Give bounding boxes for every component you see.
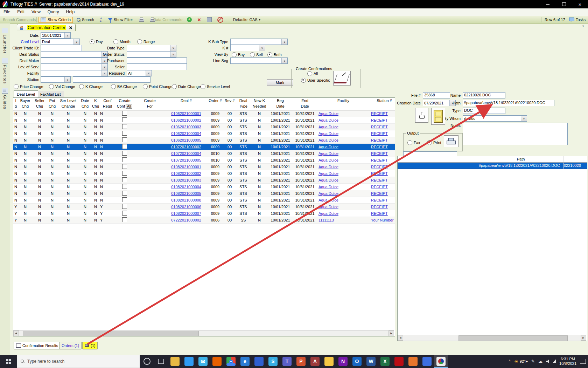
pen-icon[interactable]: ✎: [531, 359, 535, 364]
order-status-select[interactable]: [127, 51, 176, 57]
chevron-down-icon[interactable]: [170, 45, 176, 51]
station-link[interactable]: RECEIPT: [371, 198, 388, 202]
deal-number-link[interactable]: 01082021000005: [171, 191, 201, 196]
toolbar-overflow-icon[interactable]: ▾: [582, 25, 584, 28]
station-link[interactable]: RECEIPT: [371, 178, 388, 182]
scroll-right-icon[interactable]: [581, 335, 586, 341]
chevron-down-icon[interactable]: [521, 116, 527, 121]
table-row[interactable]: N N N N N N N N 01072021000002 0009 00 S…: [13, 144, 395, 150]
speaker-icon[interactable]: [546, 360, 550, 363]
create-conf-checkbox[interactable]: [122, 157, 127, 162]
powerpoint-icon[interactable]: P: [294, 355, 308, 368]
station-input[interactable]: [73, 76, 150, 83]
deal-number-link[interactable]: 01072021000004: [171, 151, 201, 156]
tab-faxmail-list[interactable]: FaxMail List: [37, 91, 64, 98]
facility-link[interactable]: Aqua Dulce: [318, 138, 338, 142]
firefox-icon[interactable]: [210, 355, 224, 368]
onenote-icon[interactable]: N: [336, 355, 350, 368]
grid-hscrollbar[interactable]: [13, 330, 394, 336]
price-change-radio[interactable]: Price Change: [14, 84, 43, 89]
deal-number-link[interactable]: 01082021000001: [171, 165, 201, 169]
scroll-right-icon[interactable]: [388, 330, 394, 336]
trilogy-ties-icon[interactable]: [434, 355, 448, 368]
station-select[interactable]: [41, 76, 71, 83]
tray-chevron-icon[interactable]: ^: [509, 359, 511, 364]
create-conf-checkbox[interactable]: [122, 171, 127, 176]
station-link[interactable]: RECEIPT: [371, 211, 388, 216]
table-row[interactable]: N N N N N N N N 01072021000004 0010 00 S…: [13, 150, 395, 157]
menu-item[interactable]: Edit: [14, 8, 28, 15]
table-row[interactable]: N N N N N N N N 01072021000005 0010 00 S…: [13, 157, 395, 164]
tab-confirmation-center[interactable]: Confirmation Center ✕: [17, 24, 76, 31]
table-row[interactable]: N N N N N N N N 01062021000002 0009 00 S…: [13, 117, 395, 124]
scroll-left-icon[interactable]: [13, 330, 19, 336]
station-link[interactable]: RECEIPT: [371, 191, 388, 196]
notes-textarea[interactable]: [463, 123, 568, 145]
show-filter-button[interactable]: Show Filter: [106, 17, 135, 22]
mark-button[interactable]: Mark: [267, 79, 293, 86]
station-link[interactable]: RECEIPT: [371, 145, 388, 149]
required-select[interactable]: All: [127, 70, 152, 76]
sidebar-item[interactable]: Guides: [0, 88, 10, 109]
facility-link[interactable]: Aqua Dulce: [318, 191, 338, 196]
tab-faxmail-queue[interactable]: (1): [82, 342, 98, 349]
create-conf-checkbox[interactable]: [122, 124, 127, 129]
show-criteria-button[interactable]: Show Criteria: [38, 17, 73, 23]
deal-number-link[interactable]: 01062021000004: [171, 131, 201, 136]
facility-link[interactable]: Aqua Dulce: [318, 125, 338, 129]
menu-item[interactable]: Query: [44, 8, 63, 15]
create-conf-checkbox[interactable]: [122, 164, 127, 169]
chevron-down-icon[interactable]: [170, 52, 176, 57]
notification-center-icon[interactable]: [580, 359, 586, 364]
sort-button[interactable]: AZ↓: [98, 16, 105, 23]
deal-number-link[interactable]: 01082021000008: [171, 198, 201, 202]
service-level-radio[interactable]: Service Level: [201, 84, 230, 89]
facility-link[interactable]: Aqua Dulce: [318, 198, 338, 202]
archive-button[interactable]: [431, 108, 445, 125]
create-conf-checkbox[interactable]: [122, 137, 127, 142]
deal-number-link[interactable]: 01082021000003: [171, 178, 201, 182]
start-button[interactable]: [0, 355, 17, 368]
facility-link[interactable]: Aqua Dulce: [318, 205, 338, 209]
cortana-button[interactable]: [140, 355, 154, 368]
close-button[interactable]: ×: [572, 0, 588, 8]
buy-radio[interactable]: Buy: [232, 52, 245, 57]
deal-number-link[interactable]: 07222021000002: [171, 218, 201, 222]
create-conf-checkbox[interactable]: [122, 184, 127, 189]
edge-icon[interactable]: e: [238, 355, 252, 368]
weather-widget[interactable]: ☀ 92°F: [514, 359, 528, 364]
name-input[interactable]: 02210020.DOC: [463, 92, 505, 98]
outlook-icon[interactable]: O: [350, 355, 364, 368]
sell-radio[interactable]: Sell: [250, 52, 262, 57]
clock[interactable]: 6:31 PM 10/8/2021: [559, 357, 576, 366]
chevron-down-icon[interactable]: [74, 39, 79, 45]
tasks-icon[interactable]: [569, 18, 574, 22]
path-input[interactable]: \\papabear\env\V18.1\022021A\02210020.DO…: [463, 100, 554, 106]
table-row[interactable]: Y N N N N N N Y 01082021000007 0009 00 S…: [13, 210, 395, 217]
type-input[interactable]: DOC: [463, 108, 505, 114]
point-change-radio[interactable]: Point Change: [143, 84, 173, 89]
station-link[interactable]: RECEIPT: [371, 165, 388, 169]
table-row[interactable]: N N N N N N N N 01062021000004 0009 00 S…: [13, 130, 395, 137]
facility-link[interactable]: Aqua Dulce: [318, 111, 338, 116]
create-all-radio[interactable]: All: [307, 71, 318, 76]
sticky-notes-icon[interactable]: [322, 355, 336, 368]
save-record-button[interactable]: [205, 16, 214, 23]
by-whom-select[interactable]: davidc: [463, 115, 527, 122]
facility-link[interactable]: Aqua Dulce: [318, 151, 338, 156]
menu-item[interactable]: File: [0, 8, 14, 15]
station-link[interactable]: RECEIPT: [371, 158, 388, 162]
cancel-record-button[interactable]: [215, 16, 225, 23]
create-conf-checkbox[interactable]: [122, 197, 127, 202]
tasks-label[interactable]: Tasks: [576, 18, 586, 22]
facility-link[interactable]: Aqua Dulce: [318, 145, 338, 149]
facility-link[interactable]: Aqua Dulce: [318, 171, 338, 176]
menu-item[interactable]: View: [28, 8, 44, 15]
table-row[interactable]: N N N N N N N N 01082021000002 0009 00 S…: [13, 170, 395, 177]
illustrator-icon[interactable]: [406, 355, 420, 368]
day-radio[interactable]: Day: [90, 39, 103, 44]
tab-orders[interactable]: Orders (1): [59, 342, 82, 349]
vol-change-radio[interactable]: Vol Change: [49, 84, 75, 89]
station-link[interactable]: RECEIPT: [371, 118, 388, 122]
create-conf-checkbox[interactable]: [122, 117, 127, 122]
